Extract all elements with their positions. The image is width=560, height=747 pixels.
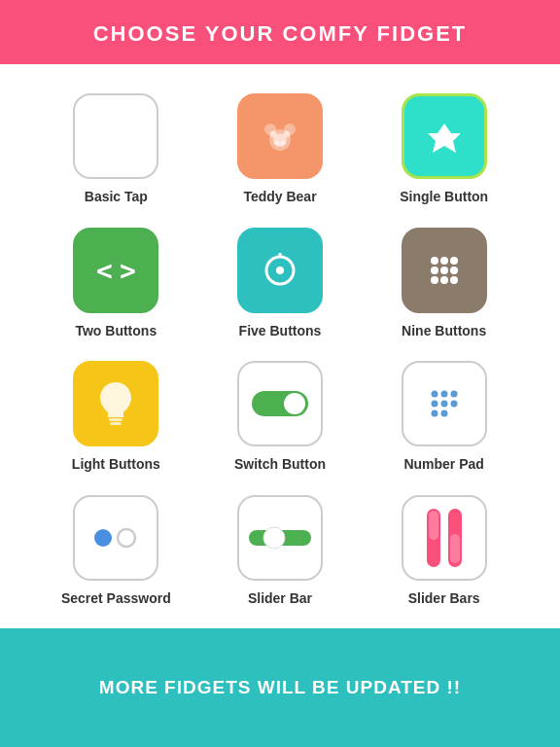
page-footer: MORE FIDGETS WILL BE UPDATED !! bbox=[0, 628, 560, 747]
svg-point-32 bbox=[450, 401, 457, 408]
slider-bar-label: Slider Bar bbox=[248, 590, 312, 606]
svg-rect-40 bbox=[429, 511, 438, 540]
svg-point-31 bbox=[440, 401, 447, 408]
svg-point-4 bbox=[269, 131, 276, 138]
single-button-icon bbox=[402, 93, 487, 179]
svg-point-36 bbox=[118, 529, 135, 547]
teddy-bear-icon bbox=[237, 93, 323, 179]
svg-point-27 bbox=[431, 391, 438, 398]
svg-point-5 bbox=[283, 131, 290, 138]
svg-point-20 bbox=[431, 276, 438, 284]
svg-marker-8 bbox=[428, 124, 461, 153]
slider-bars-icon bbox=[402, 495, 487, 581]
svg-point-30 bbox=[431, 401, 438, 408]
basic-tap-icon bbox=[73, 93, 158, 179]
fidget-item-number-pad[interactable]: Number Pad bbox=[402, 361, 487, 476]
slider-bar-icon bbox=[237, 495, 323, 581]
svg-point-6 bbox=[274, 141, 279, 146]
switch-button-label: Switch Button bbox=[234, 456, 326, 472]
secret-password-icon bbox=[73, 495, 158, 581]
basic-tap-label: Basic Tap bbox=[85, 189, 148, 204]
svg-point-26 bbox=[284, 393, 305, 414]
five-buttons-icon bbox=[237, 228, 323, 313]
fidget-item-secret-password[interactable]: Secret Password bbox=[61, 495, 171, 610]
svg-rect-23 bbox=[109, 418, 122, 421]
five-buttons-label: Five Buttons bbox=[239, 323, 322, 338]
svg-point-28 bbox=[440, 391, 447, 398]
fidget-item-single-button[interactable]: Single Button bbox=[400, 93, 488, 208]
svg-point-21 bbox=[440, 276, 448, 284]
fidget-item-basic-tap[interactable]: Basic Tap bbox=[73, 93, 158, 208]
fidget-item-slider-bar[interactable]: Slider Bar bbox=[237, 495, 323, 610]
fidget-item-five-buttons[interactable]: Five Buttons bbox=[237, 228, 323, 342]
page-header: CHOOSE YOUR COMFY FIDGET bbox=[0, 0, 560, 64]
svg-point-19 bbox=[450, 267, 458, 274]
teddy-bear-label: Teddy Bear bbox=[243, 189, 316, 204]
svg-point-29 bbox=[450, 391, 457, 398]
nine-buttons-icon bbox=[402, 228, 487, 313]
single-button-label: Single Button bbox=[400, 189, 488, 204]
nine-buttons-label: Nine Buttons bbox=[402, 323, 486, 338]
number-pad-icon bbox=[402, 361, 487, 446]
page-title: CHOOSE YOUR COMFY FIDGET bbox=[0, 21, 560, 47]
svg-rect-42 bbox=[450, 534, 460, 563]
two-buttons-label: Two Buttons bbox=[75, 323, 157, 338]
footer-text: MORE FIDGETS WILL BE UPDATED !! bbox=[19, 677, 541, 698]
switch-button-icon bbox=[237, 361, 323, 446]
svg-point-35 bbox=[94, 529, 112, 547]
secret-password-label: Secret Password bbox=[61, 590, 171, 606]
fidget-item-light-buttons[interactable]: Light Buttons bbox=[72, 361, 160, 476]
svg-point-15 bbox=[440, 257, 448, 265]
number-pad-label: Number Pad bbox=[403, 456, 483, 472]
fidget-item-switch-button[interactable]: Switch Button bbox=[234, 361, 326, 476]
fidget-item-teddy-bear[interactable]: Teddy Bear bbox=[237, 93, 323, 208]
svg-point-38 bbox=[263, 527, 285, 549]
svg-point-33 bbox=[431, 410, 438, 417]
svg-rect-24 bbox=[110, 422, 122, 425]
fidget-item-two-buttons[interactable]: < > Two Buttons bbox=[73, 228, 158, 342]
svg-point-7 bbox=[280, 141, 285, 146]
fidget-item-nine-buttons[interactable]: Nine Buttons bbox=[402, 228, 487, 342]
svg-point-34 bbox=[440, 410, 447, 417]
two-buttons-icon: < > bbox=[73, 228, 158, 313]
fidget-grid: Basic Tap Teddy Bear Single Button bbox=[0, 64, 560, 628]
light-buttons-label: Light Buttons bbox=[72, 456, 160, 472]
svg-text:<: < bbox=[96, 255, 113, 287]
svg-point-18 bbox=[440, 267, 448, 274]
slider-bars-label: Slider Bars bbox=[408, 590, 480, 606]
svg-point-22 bbox=[450, 276, 458, 284]
svg-point-16 bbox=[450, 257, 458, 265]
svg-point-12 bbox=[276, 267, 284, 274]
fidget-item-slider-bars[interactable]: Slider Bars bbox=[402, 495, 487, 610]
svg-point-17 bbox=[431, 267, 438, 274]
svg-text:>: > bbox=[120, 255, 136, 287]
svg-point-14 bbox=[431, 257, 438, 265]
light-buttons-icon bbox=[73, 361, 158, 446]
